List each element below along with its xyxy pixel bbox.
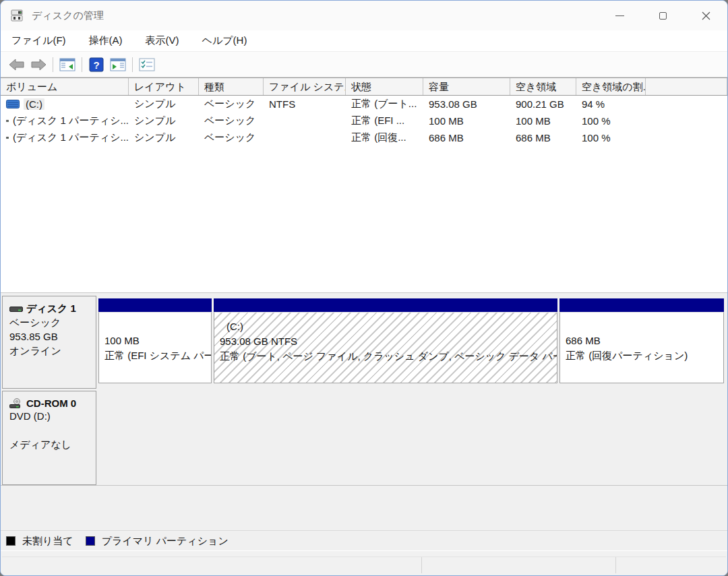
forward-arrow-icon — [30, 59, 47, 71]
column-header-free-pct[interactable]: 空き領域の割... — [576, 78, 646, 95]
title-bar: ディスクの管理 — [1, 1, 727, 30]
cdrom-media-status: メディアなし — [9, 437, 92, 451]
svg-text:?: ? — [93, 59, 99, 70]
window-title: ディスクの管理 — [32, 9, 104, 22]
cell-capacity: 100 MB — [423, 115, 510, 127]
partition-efi[interactable]: 100 MB 正常 (EFI システム パーティション) — [98, 298, 212, 383]
menu-view[interactable]: 表示(V) — [146, 34, 179, 47]
toolbar-separator — [53, 57, 53, 72]
maximize-button[interactable] — [641, 1, 684, 30]
cell-layout: シンプル — [129, 98, 199, 110]
disk-name: ディスク 1 — [26, 302, 76, 315]
show-console-tree-button[interactable] — [57, 55, 78, 74]
cdrom-drive-letter: DVD (D:) — [9, 409, 92, 423]
legend-unallocated-label: 未割り当て — [22, 535, 73, 548]
volume-name: (C:) — [24, 98, 44, 110]
status-pane-divider — [421, 557, 422, 573]
cell-status: 正常 (回復... — [346, 131, 423, 144]
partition-size: 953.08 GB NTFS — [220, 334, 557, 349]
partition-label: (C:) — [220, 319, 557, 334]
menu-action[interactable]: 操作(A) — [89, 34, 123, 47]
disk-drive-icon — [9, 306, 23, 313]
cell-type: ベーシック — [199, 98, 264, 110]
cdrom-name: CD-ROM 0 — [26, 397, 76, 409]
app-disk-icon — [10, 9, 25, 22]
cell-capacity: 953.08 GB — [423, 98, 510, 110]
column-header-free-space[interactable]: 空き領域 — [510, 78, 576, 95]
primary-partition-bar — [214, 298, 557, 312]
legend-bar: 未割り当て プライマリ パーティション — [1, 530, 727, 551]
action-pane-icon — [110, 58, 126, 71]
partition-size: 686 MB — [566, 333, 723, 348]
volume-disk-icon — [6, 133, 9, 142]
console-tree-icon — [59, 58, 75, 71]
partition-status: 正常 (ブート, ページ ファイル, クラッシュ ダンプ, ベーシック データ … — [220, 349, 557, 364]
cell-free-pct: 94 % — [576, 98, 646, 110]
volume-disk-icon — [6, 100, 20, 108]
cell-filesystem: NTFS — [264, 98, 346, 110]
menu-file[interactable]: ファイル(F) — [11, 34, 66, 47]
status-bar — [1, 550, 727, 576]
column-header-status[interactable]: 状態 — [346, 78, 423, 95]
partition-size: 100 MB — [104, 333, 211, 348]
table-row[interactable]: (ディスク 1 パーティシ... シンプル ベーシック 正常 (EFI ... … — [1, 113, 727, 129]
cell-free-space: 100 MB — [510, 115, 576, 127]
disk-type: ベーシック — [9, 315, 92, 329]
cdrom-drive-icon — [9, 398, 23, 409]
show-action-pane-button[interactable] — [107, 55, 129, 74]
cell-status: 正常 (ブート... — [346, 98, 423, 110]
forward-button[interactable] — [28, 55, 49, 74]
partition-status: 正常 (回復パーティション) — [566, 348, 723, 363]
toolbar: ? — [1, 52, 727, 77]
column-header-filesystem[interactable]: ファイル システム — [264, 78, 346, 95]
table-row[interactable]: (ディスク 1 パーティシ... シンプル ベーシック 正常 (回復... 68… — [1, 129, 727, 146]
minimize-button[interactable] — [598, 1, 641, 30]
cell-layout: シンプル — [129, 115, 199, 127]
volume-list-pane: ボリューム レイアウト 種類 ファイル システム 状態 容量 空き領域 空き領域… — [1, 77, 727, 292]
maximize-icon — [659, 12, 667, 20]
help-icon: ? — [89, 57, 104, 72]
help-button[interactable]: ? — [86, 55, 107, 74]
minimize-icon — [615, 15, 624, 16]
back-button[interactable] — [6, 55, 28, 74]
column-header-capacity[interactable]: 容量 — [423, 78, 510, 95]
cell-capacity: 686 MB — [423, 132, 510, 143]
partition-recovery[interactable]: 686 MB 正常 (回復パーティション) — [559, 298, 724, 383]
toolbar-separator — [82, 57, 82, 72]
cell-free-space: 686 MB — [510, 132, 576, 143]
column-header-volume[interactable]: ボリューム — [1, 78, 129, 95]
partition-c[interactable]: (C:) 953.08 GB NTFS 正常 (ブート, ページ ファイル, ク… — [214, 298, 557, 383]
close-icon — [702, 11, 710, 20]
cell-layout: シンプル — [129, 131, 199, 144]
status-panes — [2, 556, 726, 573]
legend-primary-label: プライマリ パーティション — [102, 535, 229, 548]
table-row[interactable]: (C:) シンプル ベーシック NTFS 正常 (ブート... 953.08 G… — [1, 96, 727, 113]
volume-name: (ディスク 1 パーティシ... — [13, 131, 129, 144]
back-arrow-icon — [9, 59, 25, 71]
volume-name: (ディスク 1 パーティシ... — [13, 115, 129, 127]
menu-help[interactable]: ヘルプ(H) — [202, 34, 247, 47]
close-button[interactable] — [684, 1, 727, 30]
toolbar-separator — [132, 57, 133, 72]
disk1-header-panel[interactable]: ディスク 1 ベーシック 953.85 GB オンライン — [2, 296, 96, 389]
cdrom-header-panel[interactable]: CD-ROM 0 DVD (D:) メディアなし — [2, 391, 96, 485]
cell-type: ベーシック — [199, 115, 264, 127]
column-header-type[interactable]: 種類 — [199, 78, 264, 95]
partition-status: 正常 (EFI システム パーティション) — [104, 348, 211, 363]
disk-management-window: ディスクの管理 ファイル(F) 操作(A) 表示(V) ヘルプ(H) — [0, 0, 728, 576]
menu-bar: ファイル(F) 操作(A) 表示(V) ヘルプ(H) — [1, 30, 727, 52]
cell-free-pct: 100 % — [576, 115, 646, 127]
volume-disk-icon — [6, 117, 9, 125]
primary-partition-bar — [559, 298, 724, 312]
status-pane-divider — [615, 557, 616, 573]
checklist-button[interactable] — [136, 55, 158, 74]
column-header-layout[interactable]: レイアウト — [129, 78, 199, 95]
legend-primary-swatch — [86, 536, 95, 546]
row-divider — [1, 485, 727, 486]
column-header-empty — [646, 78, 727, 95]
cell-free-pct: 100 % — [576, 132, 646, 143]
disk-status: オンライン — [9, 344, 92, 358]
graphical-view-pane: ディスク 1 ベーシック 953.85 GB オンライン 100 MB 正常 (… — [1, 292, 727, 550]
primary-partition-bar — [98, 298, 212, 312]
cell-free-space: 900.21 GB — [510, 98, 576, 110]
